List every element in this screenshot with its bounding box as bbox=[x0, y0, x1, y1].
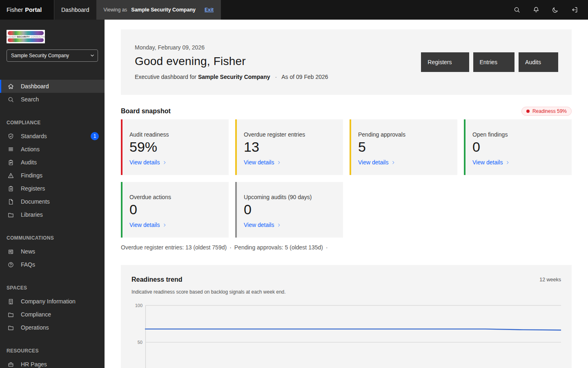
kpi-card-overdue-actions: Overdue actions0View details bbox=[121, 182, 229, 238]
entries-button[interactable]: Entries bbox=[473, 52, 515, 72]
kpi-label: Open findings bbox=[472, 131, 566, 138]
sidebar-item-compliance[interactable]: Compliance bbox=[0, 308, 105, 321]
sidebar-item-label: Compliance bbox=[21, 311, 51, 318]
nav-dashboard-tab[interactable]: Dashboard bbox=[54, 0, 96, 20]
topbar-actions bbox=[507, 0, 588, 20]
sidebar-section-heading-communications: COMMUNICATIONS bbox=[0, 235, 105, 241]
sidebar-item-actions[interactable]: Actions bbox=[0, 143, 105, 156]
kpi-value: 0 bbox=[472, 139, 566, 155]
sidebar-item-documents[interactable]: Documents bbox=[0, 195, 105, 208]
sidebar-section-heading-compliance: COMPLIANCE bbox=[0, 120, 105, 126]
view-details-label: View details bbox=[472, 159, 503, 166]
logout-icon bbox=[571, 6, 578, 13]
sidebar-item-faqs[interactable]: FAQs bbox=[0, 258, 105, 271]
view-details-link[interactable]: View details bbox=[129, 222, 167, 228]
kpi-label: Upcoming audits (90 days) bbox=[244, 194, 337, 200]
logo-text: FISHER SECURITY CONSULTING bbox=[7, 35, 45, 38]
view-details-label: View details bbox=[244, 222, 274, 228]
sidebar-item-label: Libraries bbox=[21, 211, 43, 218]
sidebar-item-company-information[interactable]: Company Information bbox=[0, 295, 105, 308]
chevron-right-icon bbox=[277, 223, 281, 227]
chevron-right-icon bbox=[391, 160, 396, 165]
sidebar-item-label: Documents bbox=[21, 198, 50, 205]
bell-icon bbox=[532, 6, 540, 13]
brand[interactable]: Fisher Portal bbox=[0, 0, 54, 20]
sidebar-item-label: Audits bbox=[21, 159, 37, 166]
kpi-card-upcoming-audits-90-days: Upcoming audits (90 days)0View details bbox=[235, 182, 343, 238]
kpi-label: Overdue register entries bbox=[244, 131, 337, 138]
y-axis-tick-label: 100 bbox=[135, 303, 143, 308]
view-details-link[interactable]: View details bbox=[129, 159, 167, 166]
sidebar-section-heading-resources: RESOURCES bbox=[0, 348, 105, 354]
exit-link[interactable]: Exit bbox=[205, 7, 214, 13]
logo-paint-top bbox=[8, 31, 44, 35]
warning-icon bbox=[7, 172, 14, 179]
moon-icon bbox=[552, 6, 559, 13]
newspaper-icon bbox=[7, 248, 14, 255]
kpi-card-open-findings: Open findings0View details bbox=[464, 119, 572, 175]
sidebar-item-registers[interactable]: Registers bbox=[0, 182, 105, 195]
sidebar-item-label: Search bbox=[21, 96, 39, 103]
company-logo: FISHER SECURITY CONSULTING bbox=[7, 30, 45, 43]
brand-suffix: Portal bbox=[25, 7, 42, 13]
sidebar-item-operations[interactable]: Operations bbox=[0, 321, 105, 334]
page-title: Good evening, Fisher bbox=[135, 55, 328, 68]
registers-button[interactable]: Registers bbox=[421, 52, 469, 72]
status-dot bbox=[526, 110, 530, 113]
building-icon bbox=[7, 298, 14, 305]
quick-action-buttons: RegistersEntriesAudits bbox=[421, 52, 572, 72]
sidebar-item-dashboard[interactable]: Dashboard bbox=[0, 80, 105, 93]
viewing-as-company: Sample Security Company bbox=[131, 7, 196, 13]
sidebar-item-findings[interactable]: Findings bbox=[0, 169, 105, 182]
top-bar: Fisher Portal Dashboard Viewing as Sampl… bbox=[0, 0, 588, 20]
readiness-trend-card: Readiness trend 12 weeks Indicative read… bbox=[121, 265, 572, 368]
sidebar-item-news[interactable]: News bbox=[0, 245, 105, 258]
search-button[interactable] bbox=[507, 0, 526, 20]
separator-dot: · bbox=[275, 74, 277, 80]
readiness-trend-chart: 10050 bbox=[131, 302, 561, 368]
trend-title: Readiness trend bbox=[131, 276, 182, 283]
company-select-wrap: Sample Security Company bbox=[7, 49, 98, 62]
notifications-button[interactable] bbox=[526, 0, 546, 20]
logo-paint-bottom bbox=[8, 38, 44, 42]
folder-icon bbox=[7, 324, 14, 331]
document-icon bbox=[7, 198, 14, 205]
kpi-value: 5 bbox=[358, 139, 452, 155]
view-details-link[interactable]: View details bbox=[358, 159, 396, 166]
view-details-link[interactable]: View details bbox=[244, 159, 281, 166]
sidebar-item-label: Registers bbox=[21, 185, 45, 192]
view-details-link[interactable]: View details bbox=[244, 222, 281, 228]
section-title: Board snapshot bbox=[121, 108, 171, 115]
search-icon bbox=[7, 96, 14, 103]
company-select[interactable]: Sample Security Company bbox=[7, 49, 98, 62]
chevron-right-icon bbox=[277, 160, 281, 165]
greeting-card: Monday, February 09, 2026 Good evening, … bbox=[121, 29, 572, 95]
chevron-right-icon bbox=[163, 160, 167, 165]
view-details-label: View details bbox=[129, 159, 160, 166]
notification-badge: 1 bbox=[91, 132, 99, 140]
y-axis-tick-label: 50 bbox=[138, 340, 143, 345]
clipboard-list-icon bbox=[7, 185, 14, 192]
sidebar-item-label: Actions bbox=[21, 146, 40, 153]
audits-button[interactable]: Audits bbox=[519, 52, 558, 72]
sidebar-item-search[interactable]: Search bbox=[0, 93, 105, 106]
trend-header: Readiness trend 12 weeks bbox=[131, 276, 561, 284]
greeting-text: Monday, February 09, 2026 Good evening, … bbox=[121, 44, 328, 80]
readiness-badge: Readiness 59% bbox=[521, 107, 572, 116]
help-icon bbox=[7, 261, 14, 268]
logout-button[interactable] bbox=[565, 0, 584, 20]
sidebar-item-standards[interactable]: Standards1 bbox=[0, 130, 105, 143]
brand-name: Fisher bbox=[7, 7, 23, 13]
kpi-value: 13 bbox=[244, 139, 337, 155]
view-details-label: View details bbox=[244, 159, 274, 166]
kpi-card-pending-approvals: Pending approvals5View details bbox=[350, 119, 457, 175]
sidebar-item-audits[interactable]: Audits bbox=[0, 156, 105, 169]
view-details-link[interactable]: View details bbox=[472, 159, 510, 166]
sidebar-item-libraries[interactable]: Libraries bbox=[0, 208, 105, 221]
search-icon bbox=[513, 6, 521, 13]
rows-icon bbox=[7, 146, 14, 153]
kpi-value: 0 bbox=[129, 202, 223, 217]
kpi-value: 59% bbox=[129, 139, 223, 155]
dark-mode-button[interactable] bbox=[546, 0, 565, 20]
sidebar-item-hr-pages[interactable]: HR Pages bbox=[0, 358, 105, 368]
